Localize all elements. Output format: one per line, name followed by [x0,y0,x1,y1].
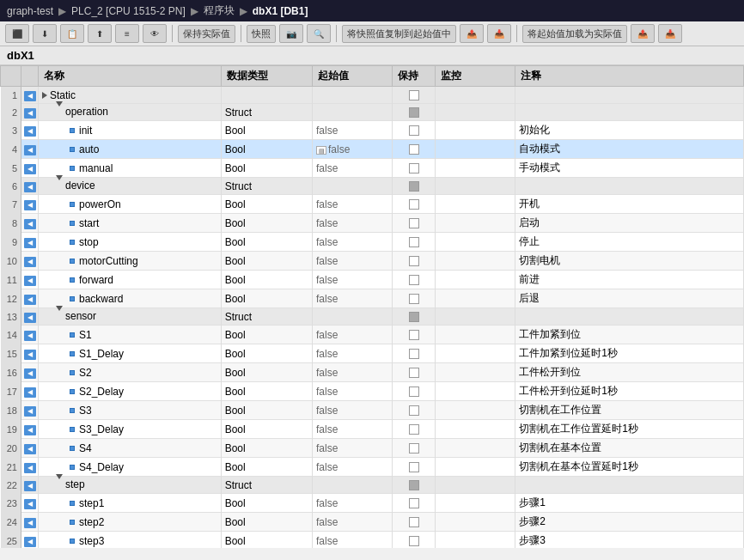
row-retain[interactable] [393,104,436,121]
row-retain[interactable] [393,252,436,271]
retain-checkbox[interactable] [409,294,419,304]
table-row[interactable]: 8◀startBoolfalse启动 [1,214,744,233]
row-retain[interactable] [393,214,436,233]
retain-checkbox[interactable] [409,218,419,228]
table-row[interactable]: 14◀S1Boolfalse工件加紧到位 [1,326,744,344]
toolbar-btn-10[interactable]: 📥 [487,24,511,43]
table-row[interactable]: 22◀stepStruct [1,477,744,494]
toolbar-btn-1[interactable]: ⬛ [5,24,29,43]
row-retain[interactable] [393,494,436,513]
row-type: Bool [221,363,312,382]
table-row[interactable]: 4◀autoBool▤false自动模式 [1,140,744,159]
table-row[interactable]: 23◀step1Boolfalse步骤1 [1,494,744,513]
table-row[interactable]: 11◀forwardBoolfalse前进 [1,271,744,289]
row-retain[interactable] [393,121,436,140]
table-row[interactable]: 13◀sensorStruct [1,308,744,326]
toolbar-btn-4[interactable]: ⬆ [88,24,112,43]
collapse-icon[interactable] [56,474,63,491]
retain-checkbox[interactable] [409,405,419,416]
toolbar-btn-9[interactable]: 📤 [460,24,484,43]
table-row[interactable]: 15◀S1_DelayBoolfalse工件加紧到位延时1秒 [1,344,744,363]
table-row[interactable]: 7◀powerOnBoolfalse开机 [1,195,744,214]
retain-checkbox[interactable] [409,181,419,192]
retain-checkbox[interactable] [409,237,419,247]
toolbar-btn-8[interactable]: 🔍 [307,24,331,43]
table-row[interactable]: 1◀Static [1,87,744,104]
retain-checkbox[interactable] [409,480,419,490]
retain-checkbox[interactable] [409,368,419,378]
collapse-icon[interactable] [56,306,63,323]
toolbar-btn-3[interactable]: 📋 [60,24,84,43]
table-row[interactable]: 17◀S2_DelayBoolfalse工件松开到位延时1秒 [1,382,744,401]
table-row[interactable]: 2◀operationStruct [1,104,744,121]
retain-checkbox[interactable] [409,144,419,155]
row-retain[interactable] [393,271,436,289]
collapse-icon[interactable] [56,175,63,192]
table-row[interactable]: 21◀S4_DelayBoolfalse切割机在基本位置延时1秒 [1,458,744,477]
row-retain[interactable] [393,195,436,214]
toolbar-btn-2[interactable]: ⬇ [33,24,57,43]
row-retain[interactable] [393,178,436,195]
row-retain[interactable] [393,159,436,178]
row-retain[interactable] [393,140,436,159]
table-row[interactable]: 9◀stopBoolfalse停止 [1,233,744,252]
table-row[interactable]: 25◀step3Boolfalse步骤3 [1,532,744,549]
retain-checkbox[interactable] [409,312,419,322]
table-row[interactable]: 19◀S3_DelayBoolfalse切割机在工作位置延时1秒 [1,420,744,439]
toolbar-btn-11[interactable]: 📤 [631,24,655,43]
table-row[interactable]: 16◀S2Boolfalse工件松开到位 [1,363,744,382]
row-retain[interactable] [393,344,436,363]
table-row[interactable]: 20◀S4Boolfalse切割机在基本位置 [1,439,744,458]
snapshot-btn[interactable]: 快照 [247,25,276,43]
sq-icon: ◀ [24,200,36,210]
table-row[interactable]: 24◀step2Boolfalse步骤2 [1,513,744,532]
row-retain[interactable] [393,233,436,252]
retain-checkbox[interactable] [409,349,419,359]
retain-checkbox[interactable] [409,424,419,435]
table-row[interactable]: 3◀initBoolfalse初始化 [1,121,744,140]
toolbar-btn-7[interactable]: 📷 [279,24,303,43]
row-retain[interactable] [393,289,436,308]
retain-checkbox[interactable] [409,330,419,340]
row-retain[interactable] [393,326,436,344]
row-retain[interactable] [393,401,436,420]
row-retain[interactable] [393,382,436,401]
load-start-btn[interactable]: 将起始值加载为实际值 [522,25,627,43]
table-row[interactable]: 12◀backwardBoolfalse后退 [1,289,744,308]
copy-snapshot-btn[interactable]: 将快照值复制到起始值中 [342,25,456,43]
row-retain[interactable] [393,87,436,104]
collapse-icon[interactable] [56,101,63,119]
retain-checkbox[interactable] [409,256,419,266]
row-number: 7 [1,195,21,214]
keep-actual-btn[interactable]: 保持实际值 [178,25,235,43]
expand-icon[interactable] [42,92,47,99]
table-row[interactable]: 10◀motorCuttingBoolfalse切割电机 [1,252,744,271]
retain-checkbox[interactable] [409,536,419,546]
row-retain[interactable] [393,513,436,532]
table-row[interactable]: 6◀deviceStruct [1,178,744,195]
row-retain[interactable] [393,420,436,439]
toolbar-btn-5[interactable]: ≡ [115,24,139,43]
retain-checkbox[interactable] [409,498,419,508]
retain-checkbox[interactable] [409,90,419,100]
row-retain[interactable] [393,439,436,458]
table-row[interactable]: 5◀manualBoolfalse手动模式 [1,159,744,178]
retain-checkbox[interactable] [409,199,419,210]
retain-checkbox[interactable] [409,107,419,118]
row-retain[interactable] [393,477,436,494]
retain-checkbox[interactable] [409,163,419,173]
row-comment: 工件松开到位延时1秒 [515,382,744,401]
retain-checkbox[interactable] [409,517,419,527]
toolbar-btn-12[interactable]: 📥 [658,24,682,43]
retain-checkbox[interactable] [409,125,419,136]
row-retain[interactable] [393,532,436,549]
retain-checkbox[interactable] [409,275,419,285]
retain-checkbox[interactable] [409,462,419,472]
toolbar-btn-6[interactable]: 👁 [143,24,167,43]
row-retain[interactable] [393,458,436,477]
retain-checkbox[interactable] [409,443,419,453]
table-row[interactable]: 18◀S3Boolfalse切割机在工作位置 [1,401,744,420]
row-retain[interactable] [393,308,436,326]
retain-checkbox[interactable] [409,387,419,397]
row-retain[interactable] [393,363,436,382]
